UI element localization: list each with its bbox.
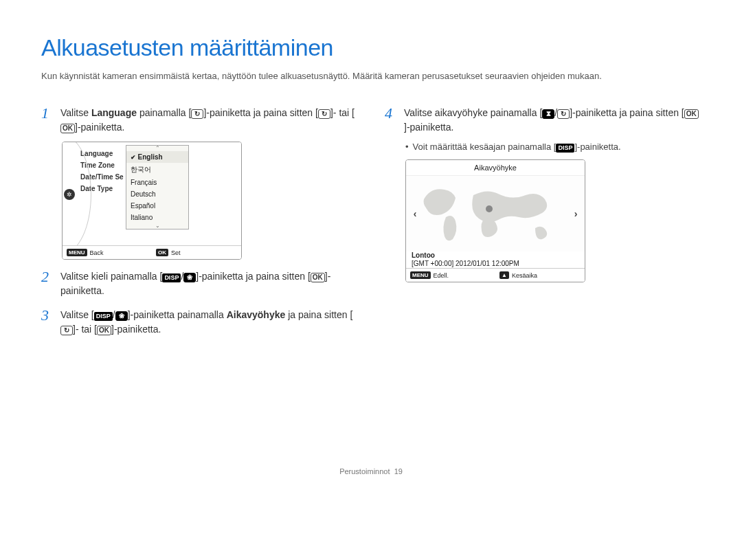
menu-key-icon: MENU [67,249,87,256]
step-4: 4 Valitse aikavyöhyke painamalla [⧗/↻]-p… [385,106,701,135]
disp-icon: DISP [94,312,113,321]
prev-label: Edell. [434,272,449,279]
macro-icon: ❀ [183,273,196,282]
sub-text: Voit määrittää kesäajan painamalla [ [413,142,556,152]
language-option: Español [126,200,188,212]
step-text: Valitse kieli painamalla [ [60,271,162,282]
language-menu-screenshot: ✲ Language Time Zone Date/Time Se Date T… [62,142,242,260]
scroll-down-icon: ⌄ [126,223,188,229]
selected-city: Lontoo [412,251,579,260]
chevron-left-icon: ‹ [410,209,420,219]
step-text: Valitse aikavyöhyke painamalla [ [404,107,542,118]
step-4-sub: •Voit määrittää kesäajan painamalla [DIS… [405,142,701,153]
language-option: Italiano [126,212,188,223]
step-text: painamalla [ [137,107,191,118]
step-number: 4 [385,106,404,121]
page-number: 19 [394,467,403,475]
macro-icon: ❀ [115,311,128,321]
back-label: Back [90,249,104,256]
step-text: ]-painiketta painamalla [128,309,227,320]
dst-label: Kesäaika [512,272,537,279]
step-2: 2 Valitse kieli painamalla [DISP/❀]-pain… [41,269,357,298]
world-map-icon [418,180,570,247]
step-number: 2 [41,269,60,284]
language-option: English [126,151,188,163]
step-number: 3 [41,308,60,323]
svg-point-0 [486,205,493,212]
step-text: ]-painiketta ja paina sitten [ [203,107,318,118]
menu-key-icon: MENU [410,271,431,279]
step-1: 1 Valitse Language painamalla [↻]-painik… [41,106,357,135]
step-text: ]-painiketta ja paina sitten [ [196,271,311,282]
language-option: 한국어 [126,163,188,177]
section-name: Perustoiminnot [339,467,390,475]
step-text: ja paina sitten [ [285,309,352,320]
step-text: Valitse [ [60,309,94,320]
timer-icon: ↻ [557,109,570,119]
timer-icon: ↻ [318,109,330,119]
intro-text: Kun käynnistät kameran ensimmäistä kerta… [41,70,701,82]
up-key-icon: ▲ [499,271,509,279]
bullet-icon: • [405,142,409,152]
step-text: ]- tai [ [73,324,97,335]
chevron-right-icon: › [571,209,581,219]
step-text: ]-painiketta. [404,122,453,133]
ok-icon: OK [97,326,111,335]
page-title: Alkuasetusten määrittäminen [41,34,701,61]
step-text: ]-painiketta. [75,122,124,133]
language-dropdown: ⌃ English 한국어 Français Deutsch Español I… [126,145,189,229]
sub-text: ]-painiketta. [574,142,620,152]
step-bold: Language [91,107,137,118]
disp-icon: DISP [162,273,181,282]
timer-icon: ↻ [60,326,73,335]
language-option: Français [126,177,188,188]
language-option: Deutsch [126,188,188,200]
ok-key-icon: OK [156,249,168,256]
set-label: Set [171,249,181,256]
menu-item: Language [80,148,131,159]
map-title: Aikavyöhyke [406,160,585,176]
page-footer: Perustoiminnot 19 [41,467,701,475]
timezone-map-screenshot: Aikavyöhyke ‹ › [405,159,585,282]
scroll-up-icon: ⌃ [126,146,188,151]
ok-icon: OK [684,109,699,119]
timer-icon: ↻ [191,109,203,119]
timezone-meta: [GMT +00:00] 2012/01/01 12:00PM [412,260,519,267]
ok-icon: OK [60,124,75,133]
step-text: ]-painiketta ja paina sitten [ [570,107,684,118]
step-text: ]- tai [ [330,107,355,118]
step-number: 1 [41,106,60,121]
ok-icon: OK [311,273,325,282]
flash-icon: ⧗ [542,109,554,119]
step-3: 3 Valitse [DISP/❀]-painiketta painamalla… [41,308,357,337]
step-text: Valitse [60,107,91,118]
step-text: ]-painiketta. [111,324,161,335]
disp-icon: DISP [556,144,574,153]
step-bold: Aikavyöhyke [227,309,286,320]
